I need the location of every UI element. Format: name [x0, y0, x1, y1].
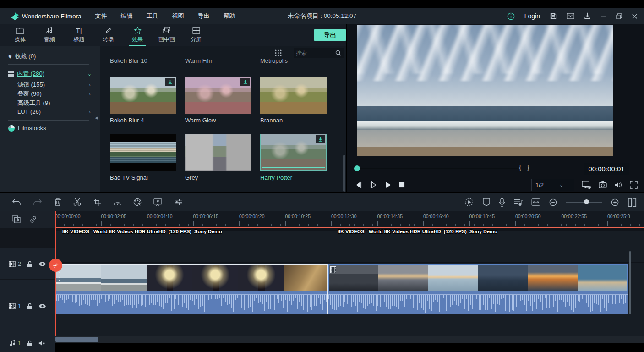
link-clips-icon[interactable] — [29, 216, 38, 223]
record-voiceover-icon[interactable] — [499, 198, 505, 207]
sidebar-item-filters[interactable]: 滤镜 (155)› — [17, 81, 91, 89]
panel-layout-icon[interactable] — [628, 198, 637, 207]
color-palette-icon[interactable] — [133, 198, 142, 206]
mark-in-out[interactable]: {} — [519, 164, 535, 172]
lock-icon[interactable] — [27, 303, 33, 309]
effect-card-brannan[interactable]: Brannan — [260, 77, 327, 124]
mark-in-icon[interactable]: { — [519, 164, 527, 171]
seek-handle[interactable] — [354, 165, 360, 171]
zoom-slider-handle[interactable] — [584, 199, 589, 204]
chevron-down-icon[interactable]: ⌄ — [87, 71, 92, 77]
zoom-to-fit-icon[interactable] — [531, 198, 540, 206]
download-icon[interactable] — [165, 78, 175, 86]
track-header-audio-1[interactable]: 1 — [0, 333, 55, 352]
sidebar-item-advanced-tools[interactable]: 高级工具 (9) — [17, 99, 91, 107]
download-icon[interactable] — [316, 135, 325, 143]
menu-view[interactable]: 视图 — [172, 12, 184, 20]
update-icon[interactable] — [584, 12, 591, 20]
preview-video[interactable] — [357, 25, 613, 156]
tab-transitions[interactable]: 转场 — [99, 25, 117, 45]
info-icon[interactable] — [507, 12, 515, 20]
speed-icon[interactable] — [113, 198, 121, 206]
zoom-in-icon[interactable] — [611, 198, 619, 206]
tab-effects[interactable]: 效果 — [128, 25, 147, 45]
seek-bar[interactable] — [357, 168, 518, 169]
tab-splitscreen[interactable]: 分屏 — [187, 25, 205, 45]
clip-audio-waveform-band[interactable] — [55, 291, 628, 314]
preview-zoom-select[interactable]: 1/2⌄ — [531, 179, 574, 191]
tab-audio[interactable]: 音频 — [40, 25, 59, 45]
tab-pip[interactable]: 画中画 — [158, 25, 176, 45]
stop-button[interactable] — [399, 182, 405, 188]
playhead-line[interactable] — [55, 211, 56, 336]
clip-1-thumbnails[interactable] — [55, 265, 328, 291]
tab-media[interactable]: 媒体 — [11, 25, 29, 45]
track-speaker-icon[interactable] — [38, 341, 45, 346]
tab-titles[interactable]: T|标题 — [70, 25, 88, 45]
undo-icon[interactable] — [12, 198, 21, 206]
menu-help[interactable]: 帮助 — [224, 12, 235, 20]
lock-icon[interactable] — [27, 340, 33, 346]
sidebar-builtin[interactable]: 内置 (280) ⌄ — [8, 70, 92, 78]
effect-name-clipped[interactable]: Bokeh Blur 10 — [110, 57, 147, 65]
track-header-video-2[interactable]: 2 — [0, 248, 55, 279]
play-button[interactable] — [385, 182, 392, 188]
menu-tools[interactable]: 工具 — [147, 12, 158, 20]
next-frame-button[interactable] — [370, 182, 377, 188]
delete-icon[interactable] — [54, 198, 61, 206]
eye-icon[interactable] — [38, 261, 46, 267]
sidebar-item-overlays[interactable]: 叠覆 (90)› — [17, 90, 91, 98]
render-preview-icon[interactable] — [464, 197, 474, 207]
sidebar-collapse-handle[interactable]: ◀ — [95, 116, 98, 120]
timeline-vertical-scrollbar[interactable] — [629, 251, 631, 314]
close-button[interactable] — [632, 13, 638, 19]
sidebar-favorites[interactable]: ♥ 收藏 (0) — [8, 52, 36, 60]
audio-mixer-icon[interactable] — [514, 198, 523, 206]
search-input[interactable] — [294, 50, 335, 56]
grid-view-icon[interactable] — [275, 50, 282, 56]
menu-edit[interactable]: 编辑 — [121, 12, 133, 20]
effect-card-grey[interactable]: Grey — [185, 134, 251, 181]
timeline-ruler[interactable]: 00:00:00:00 00:00:02:05 00:00:04:10 00:0… — [55, 211, 644, 228]
markers-shield-icon[interactable] — [483, 198, 490, 206]
timeline-horizontal-scrollbar[interactable] — [55, 336, 644, 343]
effect-card-harry-potter[interactable]: Harry Potter — [260, 134, 327, 181]
playhead-split-button[interactable]: ✂ — [49, 258, 62, 272]
restore-button[interactable] — [616, 13, 622, 19]
minimize-button[interactable] — [600, 13, 606, 19]
mail-icon[interactable] — [567, 13, 574, 19]
adjust-sliders-icon[interactable] — [174, 198, 182, 206]
add-track-icon[interactable] — [12, 215, 21, 223]
track-lane-audio-1[interactable] — [55, 316, 644, 336]
previous-frame-button[interactable] — [355, 182, 362, 188]
save-icon[interactable] — [550, 12, 557, 20]
effects-scrollbar[interactable] — [343, 155, 345, 192]
search-icon[interactable] — [335, 50, 341, 56]
display-settings-icon[interactable] — [582, 181, 591, 189]
mark-out-icon[interactable]: } — [527, 164, 535, 171]
speaker-icon[interactable] — [614, 182, 622, 188]
lock-icon[interactable] — [27, 261, 33, 267]
timeline-zoom-slider[interactable] — [566, 202, 602, 203]
sidebar-item-lut[interactable]: LUT (26)› — [17, 108, 91, 115]
export-button[interactable]: 导出 — [314, 29, 346, 41]
eye-icon[interactable] — [38, 303, 46, 309]
track-area[interactable]: 8K VIDEOS World 8K Videos HDR UltraHD (1… — [55, 228, 644, 343]
crop-icon[interactable] — [93, 198, 101, 206]
redo-icon[interactable] — [33, 198, 42, 206]
effect-name-clipped[interactable]: Warm Film — [185, 57, 213, 65]
hscroll-thumb[interactable] — [55, 337, 98, 342]
track-lane-video-2[interactable] — [55, 231, 644, 262]
effect-card-warm-glow[interactable]: Warm Glow — [185, 77, 251, 124]
snapshot-camera-icon[interactable] — [599, 181, 607, 188]
effect-name-clipped[interactable]: Metropolis — [260, 57, 288, 65]
sidebar-filmstocks[interactable]: Filmstocks — [8, 125, 46, 132]
download-icon[interactable] — [240, 78, 250, 86]
motion-tracking-icon[interactable] — [153, 198, 162, 206]
effect-card-bad-tv-signal[interactable]: Bad TV Signal — [110, 134, 176, 181]
split-scissors-icon[interactable] — [73, 198, 82, 206]
zoom-out-icon[interactable] — [549, 198, 557, 206]
clip-2-thumbnails[interactable] — [328, 265, 628, 291]
menu-export[interactable]: 导出 — [198, 12, 210, 20]
track-header-video-1[interactable]: 1 — [0, 280, 55, 333]
